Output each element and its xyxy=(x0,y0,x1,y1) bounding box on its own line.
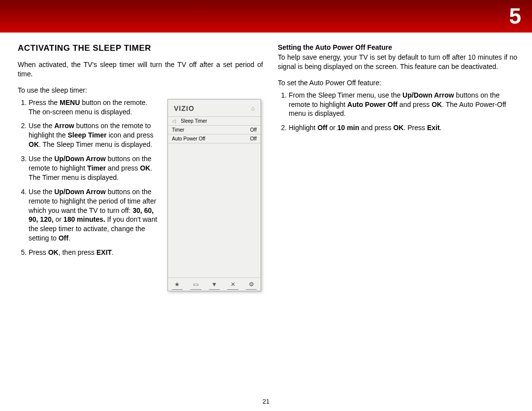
right-step-2: Highlight Off or 10 min and press OK. Pr… xyxy=(289,123,517,133)
tv-menu-title: Sleep Timer xyxy=(181,118,207,124)
vizio-logo: VIZIO xyxy=(174,104,195,112)
step-5: Press OK, then press EXIT. xyxy=(29,248,161,257)
tv-row-auto-power: Auto Power Off Off xyxy=(168,135,261,143)
star-icon: ★ xyxy=(168,281,187,288)
header-bar: 5 xyxy=(0,0,532,33)
right-lead: To set the Auto Power Off feature: xyxy=(278,78,517,88)
back-arrow-icon: ◁ xyxy=(172,118,176,124)
step-2: Use the Arrow buttons on the remote to h… xyxy=(29,121,161,149)
tv-menu-screenshot: VIZIO ⌂ ◁ Sleep Timer Timer Off Auto Pow… xyxy=(167,99,261,291)
wide-icon: ▭ xyxy=(187,281,205,288)
tv-footer: ★ ▭ ▼ ✕ ⚙ xyxy=(168,277,261,291)
section-title: ACTIVATING THE SLEEP TIMER xyxy=(18,43,263,53)
right-column: Setting the Auto Power Off Feature To he… xyxy=(278,43,517,291)
intro-para: When activated, the TV's sleep timer wil… xyxy=(18,60,263,79)
step-4: Use the Up/Down Arrow buttons on the rem… xyxy=(29,187,161,243)
right-step-1: From the Sleep Timer menu, use the Up/Do… xyxy=(289,91,517,119)
step-3: Use the Up/Down Arrow buttons on the rem… xyxy=(29,154,161,182)
tv-menu-title-row: ◁ Sleep Timer xyxy=(168,116,261,126)
gear-icon: ⚙ xyxy=(242,281,261,288)
step-1: Press the MENU button on the remote. The… xyxy=(29,98,161,117)
close-icon: ✕ xyxy=(224,281,242,288)
page-number: 21 xyxy=(0,398,532,405)
right-steps: From the Sleep Timer menu, use the Up/Do… xyxy=(278,91,517,133)
tv-row-timer: Timer Off xyxy=(168,126,261,135)
steps-list: Press the MENU button on the remote. The… xyxy=(18,98,161,257)
home-icon: ⌂ xyxy=(251,105,255,112)
lead-text: To use the sleep timer: xyxy=(18,86,263,95)
page-content: ACTIVATING THE SLEEP TIMER When activate… xyxy=(0,33,532,291)
sub-heading: Setting the Auto Power Off Feature xyxy=(278,43,517,51)
left-column: ACTIVATING THE SLEEP TIMER When activate… xyxy=(18,43,263,291)
chapter-number: 5 xyxy=(509,4,521,29)
v-icon: ▼ xyxy=(205,281,224,288)
right-intro: To help save energy, your TV is set by d… xyxy=(278,53,517,71)
